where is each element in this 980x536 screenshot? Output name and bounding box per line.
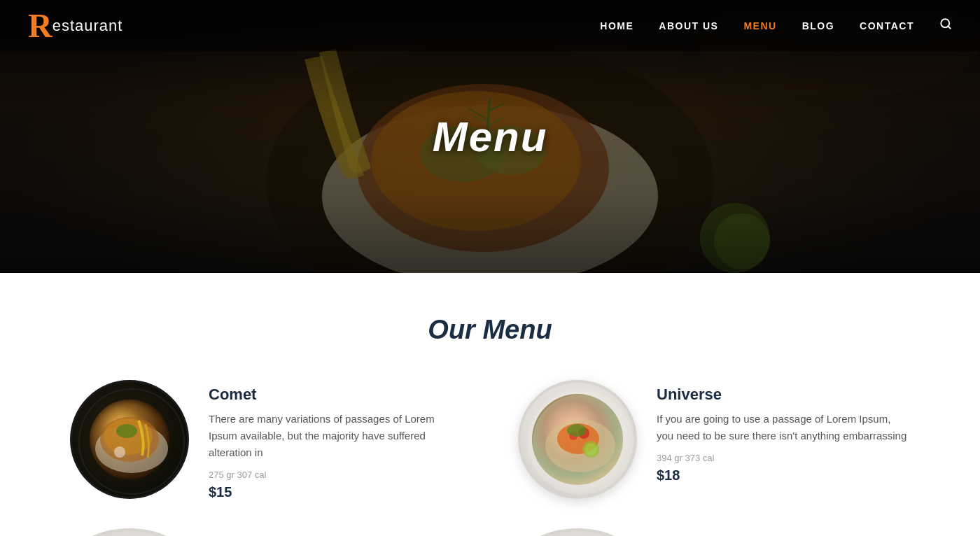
svg-point-30	[584, 443, 597, 456]
partial-dish-svg-2	[521, 531, 637, 536]
nav-link-about[interactable]: ABOUT US	[659, 20, 718, 31]
nav-link-contact[interactable]: CONTACT	[860, 20, 914, 31]
nav-search-item[interactable]	[939, 17, 952, 34]
dish-desc-comet: There are many variations of passages of…	[209, 411, 462, 461]
dish-price-universe: $18	[657, 467, 910, 484]
nav-links: HOME ABOUT US MENU BLOG CONTACT	[600, 17, 952, 34]
dish-image-comet	[70, 380, 189, 499]
search-icon	[939, 17, 952, 30]
dish-content-partial-2	[657, 528, 910, 534]
dish-image-universe	[518, 380, 637, 499]
dish-name-comet: Comet	[209, 386, 462, 404]
svg-point-20	[116, 424, 137, 438]
menu-item-partial-2	[518, 528, 910, 536]
svg-line-1	[948, 26, 950, 28]
nav-link-home[interactable]: HOME	[600, 20, 634, 31]
dish-image-partial-2	[518, 528, 637, 536]
nav-item-home[interactable]: HOME	[600, 20, 634, 32]
menu-section: Our Menu	[0, 273, 980, 536]
dish-image-partial-1	[70, 528, 189, 536]
search-button[interactable]	[939, 17, 952, 34]
partial-dish-svg-1	[73, 531, 189, 536]
dish-name-universe: Universe	[657, 386, 910, 404]
universe-dish-svg	[521, 383, 637, 499]
dish-content-comet: Comet There are many variations of passa…	[209, 380, 462, 500]
navbar: R estaurant HOME ABOUT US MENU BLOG CONT…	[0, 0, 980, 51]
menu-item-universe: Universe If you are going to use a passa…	[518, 380, 910, 500]
logo[interactable]: R estaurant	[28, 9, 122, 43]
dish-content-partial-1	[209, 528, 462, 534]
menu-item-partial-1	[70, 528, 462, 536]
menu-grid: Comet There are many variations of passa…	[70, 380, 910, 536]
dish-price-comet: $15	[209, 484, 462, 500]
nav-link-blog[interactable]: BLOG	[802, 20, 834, 31]
menu-section-heading: Our Menu	[70, 315, 910, 345]
menu-item-comet: Comet There are many variations of passa…	[70, 380, 462, 500]
logo-r-letter: R	[28, 9, 52, 43]
svg-point-28	[567, 424, 587, 437]
nav-item-contact[interactable]: CONTACT	[860, 20, 914, 32]
nav-link-menu[interactable]: MENU	[743, 20, 776, 31]
nav-item-about[interactable]: ABOUT US	[659, 20, 718, 32]
nav-item-blog[interactable]: BLOG	[802, 20, 834, 32]
dish-content-universe: Universe If you are going to use a passa…	[657, 380, 910, 484]
svg-point-21	[114, 446, 125, 458]
logo-text: estaurant	[52, 17, 123, 35]
comet-dish-svg	[72, 382, 189, 499]
dish-desc-universe: If you are going to use a passage of Lor…	[657, 411, 910, 444]
hero-title: Menu	[433, 113, 548, 161]
nav-item-menu[interactable]: MENU	[743, 20, 776, 32]
dish-meta-universe: 394 gr 373 cal	[657, 453, 910, 463]
dish-meta-comet: 275 gr 307 cal	[209, 470, 462, 480]
